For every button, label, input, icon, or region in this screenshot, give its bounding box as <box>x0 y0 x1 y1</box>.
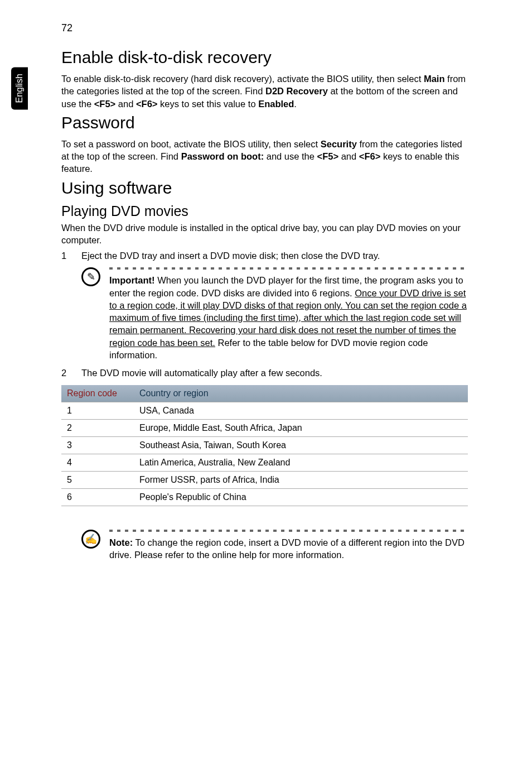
bold-d2d: D2D Recovery <box>265 86 328 96</box>
dashed-divider <box>109 267 468 270</box>
text: . <box>294 99 297 109</box>
dvd-intro: When the DVD drive module is installed i… <box>61 222 468 247</box>
callout-body: Note: To change the region code, insert … <box>109 530 468 561</box>
note-label: Note: <box>109 537 133 547</box>
step-number: 1 <box>61 249 81 262</box>
callout-icon-column: ✍ <box>81 530 109 549</box>
text: keys to set this value to <box>157 99 258 109</box>
note-callout: ✍ Note: To change the region code, inser… <box>81 530 468 561</box>
col-country-region: Country or region <box>134 385 468 402</box>
bold-main: Main <box>424 74 445 84</box>
step-number: 2 <box>61 367 81 379</box>
table-row: 3Southeast Asia, Taiwan, South Korea <box>61 436 468 454</box>
step-1-row: 1 Eject the DVD tray and insert a DVD mo… <box>61 249 468 262</box>
cell-code: 2 <box>61 419 134 436</box>
language-tab: English <box>11 67 28 109</box>
table-row: 4Latin America, Australia, New Zealand <box>61 454 468 471</box>
page-number: 72 <box>61 22 468 34</box>
bold-f5: <F5> <box>317 151 339 161</box>
bold-f5: <F5> <box>94 99 116 109</box>
heading-software: Using software <box>61 179 468 198</box>
cell-region: Former USSR, parts of Africa, India <box>134 471 468 488</box>
hand-write-icon: ✍ <box>81 530 100 549</box>
cell-region: USA, Canada <box>134 402 468 419</box>
heading-password: Password <box>61 113 468 132</box>
important-label: Important! <box>109 275 155 285</box>
text: and <box>338 151 359 161</box>
bold-f6: <F6> <box>136 99 158 109</box>
region-code-table: Region code Country or region 1USA, Cana… <box>61 385 468 506</box>
text: and use the <box>264 151 317 161</box>
step-text: The DVD movie will automatically play af… <box>81 367 468 379</box>
callout-icon-column: ✎ <box>81 267 109 286</box>
cell-region: Europe, Middle East, South Africa, Japan <box>134 419 468 436</box>
pin-icon: ✎ <box>81 267 100 286</box>
cell-code: 4 <box>61 454 134 471</box>
cell-code: 5 <box>61 471 134 488</box>
text: To change the region code, insert a DVD … <box>109 537 465 560</box>
col-region-code: Region code <box>61 385 134 402</box>
callout-body: Important! When you launch the DVD playe… <box>109 267 468 361</box>
page-content: Enable disk-to-disk recovery To enable d… <box>61 48 468 561</box>
cell-code: 3 <box>61 436 134 454</box>
table-row: 2Europe, Middle East, South Africa, Japa… <box>61 419 468 436</box>
cell-region: Southeast Asia, Taiwan, South Korea <box>134 436 468 454</box>
step-text: Eject the DVD tray and insert a DVD movi… <box>81 249 468 262</box>
heading-dvd-movies: Playing DVD movies <box>61 203 468 219</box>
step-2-row: 2 The DVD movie will automatically play … <box>61 367 468 379</box>
cell-region: People's Republic of China <box>134 488 468 506</box>
text: and <box>115 99 136 109</box>
password-paragraph: To set a password on boot, activate the … <box>61 138 468 175</box>
important-callout: ✎ Important! When you launch the DVD pla… <box>81 267 468 361</box>
table-row: 6People's Republic of China <box>61 488 468 506</box>
spacer <box>61 506 468 524</box>
bold-enabled: Enabled <box>258 99 294 109</box>
bold-pwonboot: Password on boot: <box>181 151 264 161</box>
table-header-row: Region code Country or region <box>61 385 468 402</box>
table-row: 1USA, Canada <box>61 402 468 419</box>
recovery-paragraph: To enable disk-to-disk recovery (hard di… <box>61 73 468 110</box>
dashed-divider <box>109 530 468 532</box>
heading-recovery: Enable disk-to-disk recovery <box>61 48 468 67</box>
cell-code: 6 <box>61 488 134 506</box>
cell-region: Latin America, Australia, New Zealand <box>134 454 468 471</box>
bold-f6: <F6> <box>359 151 381 161</box>
table-row: 5Former USSR, parts of Africa, India <box>61 471 468 488</box>
cell-code: 1 <box>61 402 134 419</box>
bold-security: Security <box>321 139 357 149</box>
text: To enable disk-to-disk recovery (hard di… <box>61 74 424 84</box>
text: To set a password on boot, activate the … <box>61 139 321 149</box>
